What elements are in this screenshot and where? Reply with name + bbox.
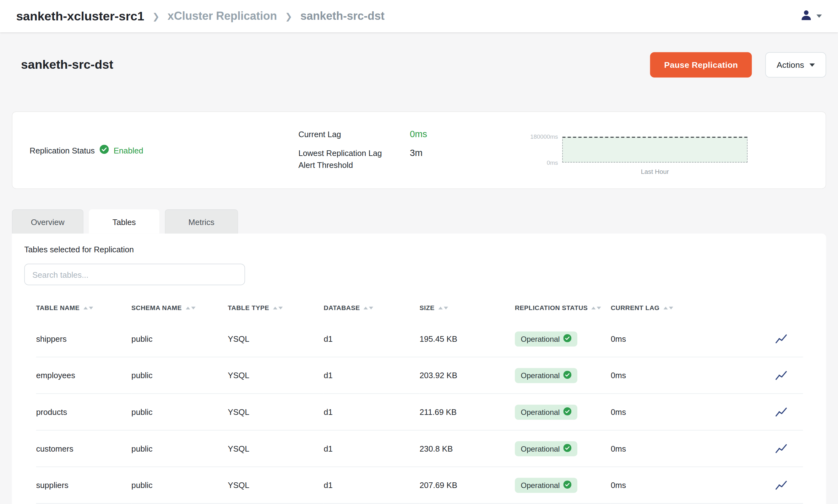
column-header-schema-name[interactable]: SCHEMA NAME [131,295,228,321]
line-chart-icon [775,443,787,453]
status-badge-label: Operational [521,335,560,343]
page-content: sanketh-src-dst Pause Replication Action… [0,52,838,504]
actions-dropdown-button[interactable]: Actions [765,52,826,77]
line-chart-icon [775,480,787,490]
column-header-table-name[interactable]: TABLE NAME [36,295,131,321]
top-nav-bar: sanketh-xcluster-src1 xCluster Replicati… [0,0,838,32]
caret-down-icon [816,15,822,18]
sort-arrows-icon [364,306,373,309]
cell-table-type: YSQL [228,467,324,503]
cell-row-actions [708,394,803,430]
cell-schema-name: public [131,394,228,430]
replication-status-label: Replication Status [30,146,94,155]
cell-replication-status: Operational [515,357,611,394]
cell-replication-status: Operational [515,321,611,357]
lowest-lag-label-line2: Alert Threshold [298,159,410,172]
cell-table-name: shippers [36,321,131,357]
pause-replication-button[interactable]: Pause Replication [650,52,752,77]
y-axis-min-label: 0ms [547,159,558,166]
cell-table-name: products [36,394,131,430]
cell-current-lag: 0ms [611,394,708,430]
cell-row-actions [708,430,803,467]
tab-overview[interactable]: Overview [12,209,84,233]
breadcrumb-universe[interactable]: sanketh-xcluster-src1 [16,9,144,23]
column-label: CURRENT LAG [611,304,659,312]
cell-table-type: YSQL [228,430,324,467]
check-circle-icon [563,480,572,490]
replication-status-card: Replication Status Enabled Current Lag 0… [12,111,826,189]
tab-tables[interactable]: Tables [89,209,160,233]
status-badge-label: Operational [521,481,560,489]
cell-current-lag: 0ms [611,467,708,503]
cell-row-actions [708,321,803,357]
cell-replication-status: Operational [515,430,611,467]
table-row: shippers public YSQL d1 195.45 KB Operat… [36,321,803,357]
status-badge: Operational [515,368,578,383]
column-header-replication-status[interactable]: REPLICATION STATUS [515,295,611,321]
sort-arrows-icon [438,306,448,309]
lag-metrics: Current Lag 0ms Lowest Replication Lag A… [298,129,427,171]
sort-arrows-icon [83,306,93,309]
column-header-database[interactable]: DATABASE [324,295,420,321]
tab-metrics[interactable]: Metrics [165,209,238,233]
view-lag-metrics-button[interactable] [774,369,788,381]
sort-arrows-icon [273,306,283,309]
cell-current-lag: 0ms [611,430,708,467]
column-header-table-type[interactable]: TABLE TYPE [228,295,324,321]
column-label: TABLE NAME [36,304,80,312]
check-circle-icon [563,334,572,344]
sort-arrows-icon [591,306,601,309]
cell-replication-status: Operational [515,394,611,430]
cell-current-lag: 0ms [611,357,708,394]
y-axis-max-label: 180000ms [530,133,558,140]
actions-button-label: Actions [777,60,804,70]
column-label: SIZE [420,304,435,312]
status-badge-label: Operational [521,444,560,452]
breadcrumb: sanketh-xcluster-src1 xCluster Replicati… [16,9,384,23]
tables-panel: Tables selected for Replication TABLE NA… [12,233,826,504]
sort-arrows-icon [186,306,195,309]
view-lag-metrics-button[interactable] [774,406,788,418]
status-badge: Operational [515,404,578,419]
user-icon [800,8,813,23]
cell-table-name: customers [36,430,131,467]
lowest-lag-threshold-value: 3m [410,147,427,159]
replicated-tables-table: TABLE NAME SCHEMA NAME TABLE TYPE DATABA… [36,295,803,504]
table-row: products public YSQL d1 211.69 KB Operat… [36,394,803,430]
cell-table-name: employees [36,357,131,394]
breadcrumb-xcluster-replication[interactable]: xCluster Replication [168,10,277,23]
cell-size: 203.92 KB [420,357,515,394]
app-viewport: sanketh-xcluster-src1 xCluster Replicati… [0,0,838,504]
cell-schema-name: public [131,467,228,503]
column-label: SCHEMA NAME [131,304,181,312]
cell-table-name: suppliers [36,467,131,503]
breadcrumb-current-config: sanketh-src-dst [300,10,384,23]
cell-schema-name: public [131,321,228,357]
check-circle-icon [563,444,572,453]
lag-threshold-band [562,137,748,163]
view-lag-metrics-button[interactable] [774,332,788,345]
status-badge: Operational [515,478,578,493]
chevron-right-icon [152,11,160,21]
cell-database: d1 [324,430,420,467]
current-lag-label: Current Lag [298,129,410,141]
sort-arrows-icon [663,306,673,309]
cell-table-type: YSQL [228,357,324,394]
view-lag-metrics-button[interactable] [774,479,788,491]
cell-database: d1 [324,467,420,503]
line-chart-icon [775,333,787,344]
cell-database: d1 [324,394,420,430]
replication-status-value: Enabled [114,146,143,155]
cell-table-type: YSQL [228,394,324,430]
line-chart-icon [775,407,787,417]
search-tables-input[interactable] [24,264,245,285]
user-menu[interactable] [800,8,822,23]
status-badge: Operational [515,441,578,456]
replication-status: Replication Status Enabled [30,145,143,155]
column-header-size[interactable]: SIZE [420,295,515,321]
current-lag-value: 0ms [410,129,427,141]
column-header-current-lag[interactable]: CURRENT LAG [611,295,708,321]
view-lag-metrics-button[interactable] [774,442,788,454]
column-header-row-actions [708,295,803,321]
cell-database: d1 [324,357,420,394]
